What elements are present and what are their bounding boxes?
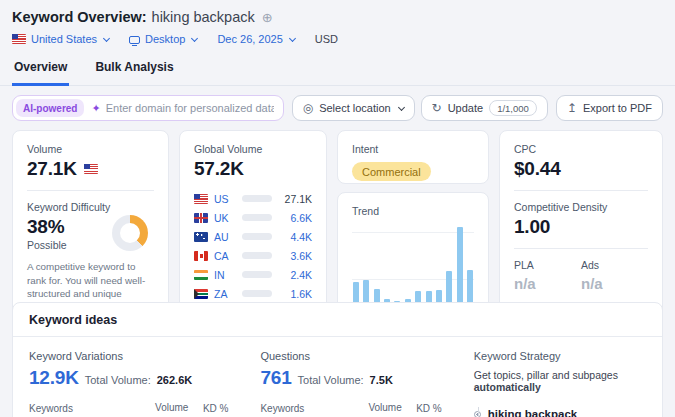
page-title: Keyword Overview: [12,9,147,25]
country-row: ZA 1.6K [194,284,312,303]
questions-count[interactable]: 761 [260,367,291,389]
kd-donut [112,215,148,251]
volume-bar-track [242,195,272,202]
country-row: UK 6.6K [194,208,312,227]
country-volume-value: 6.6K [278,212,312,224]
volume-label: Volume [27,143,154,155]
desktop-icon [129,36,140,44]
kd-label: Keyword Difficulty [27,201,154,213]
ca-flag-icon [194,251,208,261]
toolbar: AI-powered ✦ ◎ Select location ↻ Update … [12,95,663,121]
variations-total-value: 262.6K [157,374,192,386]
in-flag-icon [194,270,208,280]
table-header: Keywords Volume KD % [29,402,228,417]
global-volume-value: 57.2K [194,158,312,180]
za-flag-icon [194,289,208,299]
device-filter-label: Desktop [145,33,185,45]
metric-cards: Volume 27.1K Keyword Difficulty 38% Poss… [12,130,663,290]
pla-label: PLA [514,259,581,271]
sparkle-icon: ✦ [91,102,100,115]
kd-gauge-row: 38% Possible [27,215,154,251]
location-icon: ◎ [303,101,313,115]
keyword-variations-column: Keyword Variations 12.9K Total Volume: 2… [29,350,228,417]
country-code-link[interactable]: ZA [214,288,236,300]
keyword-ideas-card: Keyword ideas Keyword Variations 12.9K T… [12,302,663,417]
export-pdf-label: Export to PDF [583,102,652,114]
update-counter-badge: 1/1,000 [489,100,537,116]
kd-level: Possible [27,239,112,251]
toolbar-left: AI-powered ✦ ◎ Select location [12,95,415,121]
country-volume-value: 27.1K [278,193,312,205]
cpc-value: $0.44 [514,158,648,180]
intent-badge: Commercial [352,162,431,181]
currency-label: USD [315,33,338,45]
variations-count[interactable]: 12.9K [29,367,79,389]
country-filter[interactable]: United States [12,33,109,45]
update-label: Update [448,102,483,114]
column-keywords: Keywords [260,402,359,415]
density-value: 1.00 [514,216,648,238]
volume-bar-track [242,252,272,259]
volume-bar-track [242,214,272,221]
variations-total-label: Total Volume: [85,374,151,386]
filters-row: United States Desktop Dec 26, 2025 USD [12,33,663,45]
add-keyword-icon[interactable]: ⊕ [262,10,273,25]
keyword-ideas-title: Keyword ideas [13,303,662,337]
date-filter[interactable]: Dec 26, 2025 [217,33,294,45]
us-flag-icon [12,34,26,44]
divider [27,190,154,191]
chevron-down-icon [191,34,198,41]
ads-value: n/a [581,275,648,292]
us-flag-icon [194,194,208,204]
density-label: Competitive Density [514,201,648,213]
pla-ads-row: PLA n/a Ads n/a [514,259,648,292]
volume-value: 27.1K [27,158,77,180]
update-button[interactable]: ↻ Update 1/1,000 [421,95,548,121]
tab-bulk-analysis[interactable]: Bulk Analysis [93,56,175,85]
chevron-down-icon [289,34,296,41]
page-title-keyword: hiking backpack [152,9,255,25]
strategy-root-label: hiking backpack [488,408,577,417]
date-filter-label: Dec 26, 2025 [217,33,282,45]
country-code-link[interactable]: US [214,193,236,205]
country-row: CA 3.6K [194,246,312,265]
country-code-link[interactable]: IN [214,269,236,281]
pla-value: n/a [514,275,581,292]
select-location-label: Select location [319,102,391,114]
country-row: IN 2.4K [194,265,312,284]
us-flag-icon [84,164,98,174]
strategy-subtitle: Get topics, pillar and subpages automati… [474,369,646,393]
intent-card: Intent Commercial [337,130,489,184]
volume-bar-track [242,290,272,297]
keyword-ideas-columns: Keyword Variations 12.9K Total Volume: 2… [13,337,662,417]
toolbar-right: ↻ Update 1/1,000 ↥ Export to PDF [421,95,663,121]
domain-input-group: AI-powered ✦ [12,95,284,121]
divider [514,190,648,191]
country-row: US 27.1K [194,189,312,208]
questions-total-value: 7.5K [370,374,393,386]
device-filter[interactable]: Desktop [129,33,197,45]
country-volume-value: 2.4K [278,269,312,281]
keyword-strategy-column: Keyword Strategy Get topics, pillar and … [474,350,646,417]
export-icon: ↥ [567,101,577,115]
uk-flag-icon [194,213,208,223]
country-code-link[interactable]: CA [214,250,236,262]
page-header: Keyword Overview: hiking backpack ⊕ Unit… [0,0,675,86]
strategy-title: Keyword Strategy [474,350,646,362]
domain-input[interactable] [101,102,279,114]
select-location-button[interactable]: ◎ Select location [292,95,415,121]
strategy-root-node[interactable]: hiking backpack [474,408,646,417]
tab-overview[interactable]: Overview [12,56,69,86]
column-volume: Volume [146,402,188,415]
country-row: AU 4.4K [194,227,312,246]
variations-title: Keyword Variations [29,350,228,362]
country-volume-value: 3.6K [278,250,312,262]
country-filter-label: United States [31,33,97,45]
column-kd: KD % [402,402,442,415]
country-code-link[interactable]: AU [214,231,236,243]
country-volume-value: 1.6K [278,288,312,300]
country-code-link[interactable]: UK [214,212,236,224]
questions-total-label: Total Volume: [298,374,364,386]
export-pdf-button[interactable]: ↥ Export to PDF [556,95,663,121]
chevron-down-icon [103,34,110,41]
